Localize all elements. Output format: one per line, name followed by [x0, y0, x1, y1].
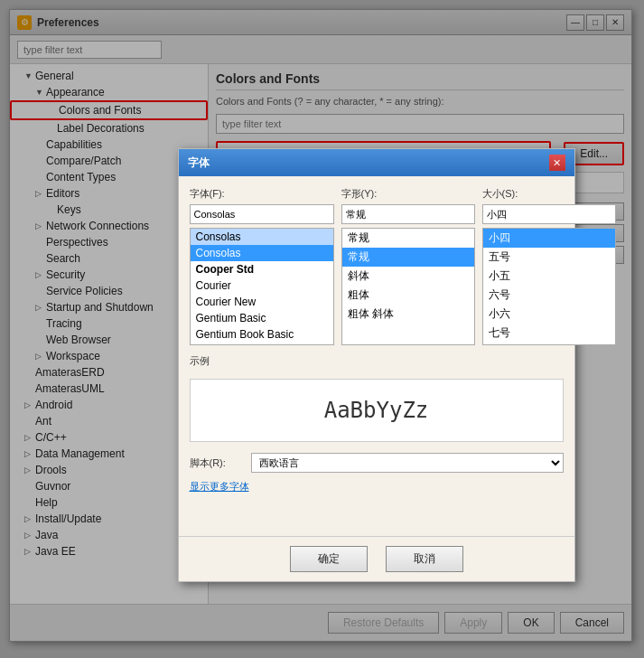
dialog-buttons: 确定 取消 [179, 536, 574, 581]
script-row: 脚本(R): 西欧语言 [190, 453, 564, 473]
style-item-bold[interactable]: 粗体 [342, 286, 474, 305]
font-dialog-close-button[interactable]: ✕ [549, 155, 565, 171]
font-style-column: 字形(Y): 常规 常规 斜体 粗体 粗体 斜体 [341, 187, 475, 345]
font-name-column: 字体(F): Consolas Consolas Cooper Std Cour… [190, 187, 334, 345]
size-item-xiao4[interactable]: 小四 [483, 229, 615, 248]
style-item-italic[interactable]: 斜体 [342, 267, 474, 286]
preview-area: AaBbYyZz [190, 379, 564, 442]
font-list-item-consolas-selected[interactable]: Consolas [191, 245, 333, 261]
size-item-xiao6[interactable]: 小六 [483, 305, 615, 324]
font-style-input[interactable] [341, 204, 475, 224]
more-fonts-link[interactable]: 显示更多字体 [190, 480, 564, 494]
font-columns: 字体(F): Consolas Consolas Cooper Std Cour… [190, 187, 564, 345]
style-item-bold-italic[interactable]: 粗体 斜体 [342, 305, 474, 324]
size-item-6[interactable]: 六号 [483, 286, 615, 305]
font-dialog-title-text: 字体 [188, 155, 210, 171]
font-list-item-gentium[interactable]: Gentium Basic [191, 310, 333, 326]
style-item-regular-selected[interactable]: 常规 [342, 248, 474, 267]
script-select[interactable]: 西欧语言 [251, 453, 564, 473]
font-list-item-courier-new[interactable]: Courier New [191, 294, 333, 310]
dialog-cancel-button[interactable]: 取消 [386, 546, 463, 572]
font-list-item-consolas-top[interactable]: Consolas [191, 229, 333, 245]
dialog-confirm-button[interactable]: 确定 [290, 546, 368, 572]
font-list-item-georgia[interactable]: Georgia [191, 343, 333, 345]
size-item-8[interactable]: 八号 [483, 343, 615, 345]
font-dialog-titlebar: 字体 ✕ [179, 149, 574, 176]
preview-label: 示例 [190, 354, 564, 368]
font-dialog: 字体 ✕ 字体(F): Consolas Consolas Cooper Std… [178, 148, 575, 582]
font-col-label: 字体(F): [190, 187, 334, 201]
font-listbox[interactable]: Consolas Consolas Cooper Std Courier Cou… [190, 228, 334, 345]
size-item-5[interactable]: 五号 [483, 248, 615, 267]
style-item-regular-top[interactable]: 常规 [342, 229, 474, 248]
script-label: 脚本(R): [190, 456, 244, 470]
font-size-column: 大小(S): 小四 五号 小五 六号 小六 七号 八号 [482, 187, 616, 345]
preview-text: AaBbYyZz [324, 398, 429, 423]
font-style-label: 字形(Y): [341, 187, 475, 201]
size-item-7[interactable]: 七号 [483, 324, 615, 343]
size-item-xiao5[interactable]: 小五 [483, 267, 615, 286]
font-dialog-overlay: 字体 ✕ 字体(F): Consolas Consolas Cooper Std… [0, 0, 644, 658]
font-dialog-body: 字体(F): Consolas Consolas Cooper Std Cour… [179, 176, 574, 536]
style-listbox[interactable]: 常规 常规 斜体 粗体 粗体 斜体 [341, 228, 475, 345]
font-list-item-courier[interactable]: Courier [191, 277, 333, 294]
font-size-label: 大小(S): [482, 187, 616, 201]
size-listbox[interactable]: 小四 五号 小五 六号 小六 七号 八号 [482, 228, 616, 345]
font-list-item-gentium-book[interactable]: Gentium Book Basic [191, 326, 333, 343]
font-list-item-cooper[interactable]: Cooper Std [191, 261, 333, 277]
font-size-input[interactable] [482, 204, 616, 224]
font-name-input[interactable] [190, 204, 334, 224]
